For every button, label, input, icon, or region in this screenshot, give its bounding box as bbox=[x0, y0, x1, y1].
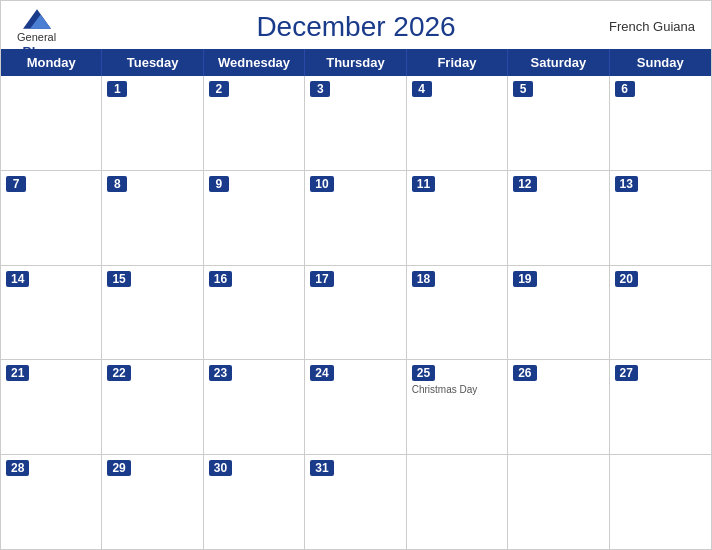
header-friday: Friday bbox=[407, 49, 508, 76]
day-cell-empty-2 bbox=[407, 455, 508, 549]
month-title: December 2026 bbox=[256, 11, 455, 43]
day-cell-11: 11 bbox=[407, 171, 508, 265]
day-cell-24: 24 bbox=[305, 360, 406, 454]
day-cell-1: 1 bbox=[102, 76, 203, 170]
week-row-2: 7 8 9 10 11 12 13 bbox=[1, 171, 711, 266]
week-row-3: 14 15 16 17 18 19 20 bbox=[1, 266, 711, 361]
day-cell-empty-3 bbox=[508, 455, 609, 549]
day-cell-19: 19 bbox=[508, 266, 609, 360]
week-row-1: 1 2 3 4 5 6 bbox=[1, 76, 711, 171]
day-cell-16: 16 bbox=[204, 266, 305, 360]
logo-blue: Blue bbox=[22, 44, 50, 60]
day-cell-2: 2 bbox=[204, 76, 305, 170]
day-cell-8: 8 bbox=[102, 171, 203, 265]
day-cell-3: 3 bbox=[305, 76, 406, 170]
day-headers-row: Monday Tuesday Wednesday Thursday Friday… bbox=[1, 49, 711, 76]
header-wednesday: Wednesday bbox=[204, 49, 305, 76]
day-cell-27: 27 bbox=[610, 360, 711, 454]
calendar-grid: Monday Tuesday Wednesday Thursday Friday… bbox=[1, 49, 711, 549]
day-cell-13: 13 bbox=[610, 171, 711, 265]
day-cell-5: 5 bbox=[508, 76, 609, 170]
calendar-container: General Blue December 2026 French Guiana… bbox=[0, 0, 712, 550]
header-tuesday: Tuesday bbox=[102, 49, 203, 76]
day-cell-22: 22 bbox=[102, 360, 203, 454]
day-cell-14: 14 bbox=[1, 266, 102, 360]
day-cell-25: 25 Christmas Day bbox=[407, 360, 508, 454]
calendar-header: General Blue December 2026 French Guiana bbox=[1, 1, 711, 49]
day-cell-15: 15 bbox=[102, 266, 203, 360]
christmas-day-label: Christmas Day bbox=[412, 384, 502, 395]
day-cell-9: 9 bbox=[204, 171, 305, 265]
header-thursday: Thursday bbox=[305, 49, 406, 76]
day-cell-18: 18 bbox=[407, 266, 508, 360]
day-cell-21: 21 bbox=[1, 360, 102, 454]
week-row-5: 28 29 30 31 bbox=[1, 455, 711, 549]
day-cell-23: 23 bbox=[204, 360, 305, 454]
week-row-4: 21 22 23 24 25 Christmas Day 26 27 bbox=[1, 360, 711, 455]
day-cell-12: 12 bbox=[508, 171, 609, 265]
header-saturday: Saturday bbox=[508, 49, 609, 76]
day-cell-28: 28 bbox=[1, 455, 102, 549]
weeks-container: 1 2 3 4 5 6 7 8 9 10 11 12 13 14 15 bbox=[1, 76, 711, 549]
day-cell-26: 26 bbox=[508, 360, 609, 454]
day-cell-17: 17 bbox=[305, 266, 406, 360]
day-cell-empty bbox=[1, 76, 102, 170]
day-cell-20: 20 bbox=[610, 266, 711, 360]
logo-icon bbox=[23, 9, 51, 29]
day-cell-29: 29 bbox=[102, 455, 203, 549]
logo-general: General bbox=[17, 31, 56, 44]
country-label: French Guiana bbox=[609, 19, 695, 34]
day-cell-30: 30 bbox=[204, 455, 305, 549]
logo: General Blue bbox=[17, 9, 56, 60]
day-cell-4: 4 bbox=[407, 76, 508, 170]
day-cell-empty-4 bbox=[610, 455, 711, 549]
day-cell-10: 10 bbox=[305, 171, 406, 265]
header-sunday: Sunday bbox=[610, 49, 711, 76]
day-cell-31: 31 bbox=[305, 455, 406, 549]
day-cell-6: 6 bbox=[610, 76, 711, 170]
day-cell-7: 7 bbox=[1, 171, 102, 265]
